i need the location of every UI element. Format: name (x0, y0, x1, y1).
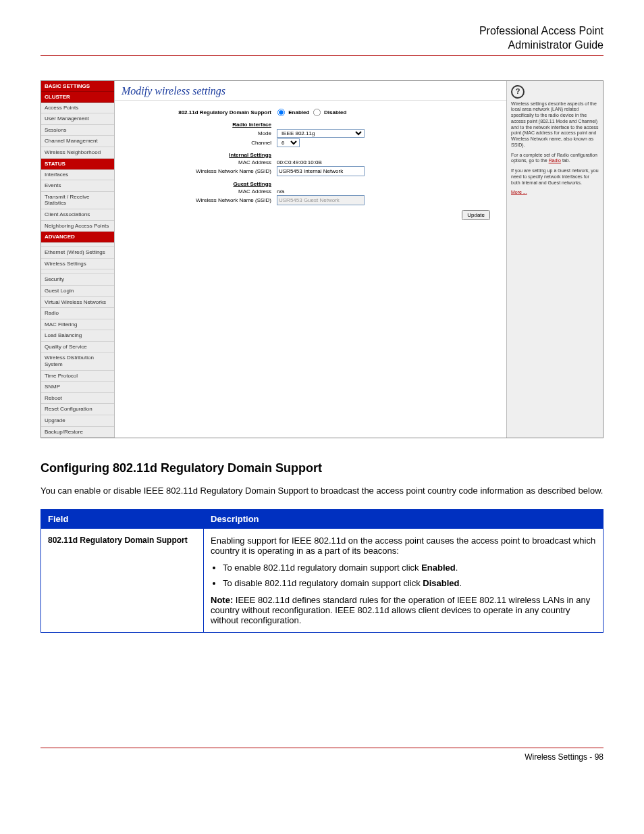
nav-backup-restore[interactable]: Backup/Restore (41, 427, 114, 438)
description-table: Field Description 802.11d Regulatory Dom… (41, 509, 603, 633)
nav-status[interactable]: STATUS (41, 159, 114, 170)
nav-channel-management[interactable]: Channel Management (41, 136, 114, 147)
section-heading: Configuring 802.11d Regulatory Domain Su… (41, 461, 603, 475)
help-text-1: Wireless settings describe aspects of th… (511, 101, 599, 149)
nav-cluster[interactable]: CLUSTER (41, 92, 114, 103)
input-guest-ssid (277, 195, 365, 205)
radio-enabled-label: Enabled (288, 109, 309, 115)
section-paragraph: You can enable or disable IEEE 802.11d R… (41, 485, 603, 497)
footer-text: Wireless Settings - 98 (41, 752, 603, 762)
page-title: Modify wireless settings (115, 81, 506, 101)
desc-intro: Enabling support for IEEE 802.11d on the… (211, 536, 596, 556)
input-internal-ssid[interactable] (277, 166, 365, 176)
update-button[interactable]: Update (462, 210, 490, 220)
nav-snmp[interactable]: SNMP (41, 382, 114, 393)
doc-header-line1: Professional Access Point (41, 24, 603, 38)
nav-sessions[interactable]: Sessions (41, 125, 114, 136)
admin-ui-screenshot: BASIC SETTINGS CLUSTER Access Points Use… (41, 80, 603, 439)
nav-reset-config[interactable]: Reset Configuration (41, 404, 114, 415)
value-guest-mac: n/a (277, 188, 284, 194)
help-icon: ? (511, 85, 525, 99)
desc-li-disable: To disable 802.11d regulatory domain sup… (223, 578, 596, 588)
label-guest-mac: MAC Address (123, 188, 277, 194)
nav-basic-settings[interactable]: BASIC SETTINGS (41, 81, 114, 92)
desc-note: Note: IEEE 802.11d defines standard rule… (211, 595, 596, 625)
help-link-radio[interactable]: Radio (549, 158, 561, 163)
nav-advanced[interactable]: ADVANCED (41, 232, 114, 242)
doc-header: Professional Access Point Administrator … (41, 24, 603, 53)
select-mode[interactable]: IEEE 802.11g (277, 129, 365, 138)
label-regulatory: 802.11d Regulatory Domain Support (178, 109, 271, 115)
label-internal-ssid: Wireless Network Name (SSID) (123, 168, 277, 174)
nav-events[interactable]: Events (41, 180, 114, 192)
desc-li-enable: To enable 802.11d regulatory domain supp… (223, 563, 596, 573)
nav-guest-login[interactable]: Guest Login (41, 286, 114, 297)
nav-upgrade[interactable]: Upgrade (41, 415, 114, 427)
main-panel: Modify wireless settings 802.11d Regulat… (114, 81, 507, 438)
td-description: Enabling support for IEEE 802.11d on the… (204, 528, 603, 632)
nav-user-management[interactable]: User Management (41, 113, 114, 125)
nav-wds[interactable]: Wireless Distribution System (41, 353, 114, 370)
page-footer: Wireless Settings - 98 (41, 748, 603, 778)
nav-virtual-wireless[interactable]: Virtual Wireless Networks (41, 297, 114, 309)
footer-rule (41, 748, 603, 748)
help-text-2: For a complete set of Radio configuratio… (511, 153, 599, 165)
nav-mac-filtering[interactable]: MAC Filtering (41, 319, 114, 331)
nav-interfaces[interactable]: Interfaces (41, 170, 114, 181)
help-link-more[interactable]: More ... (511, 190, 527, 194)
doc-header-line2: Administrator Guide (41, 38, 603, 53)
header-rule (41, 55, 603, 56)
nav-load-balancing[interactable]: Load Balancing (41, 330, 114, 342)
nav-radio[interactable]: Radio (41, 308, 114, 319)
nav-security[interactable]: Security (41, 274, 114, 286)
td-field: 802.11d Regulatory Domain Support (41, 528, 204, 632)
label-guest-ssid: Wireless Network Name (SSID) (123, 197, 277, 203)
nav-time-protocol[interactable]: Time Protocol (41, 371, 114, 382)
radio-disabled[interactable] (313, 109, 321, 116)
nav-tx-rx-stats[interactable]: Transmit / Receive Statistics (41, 192, 114, 209)
nav-neighboring-aps[interactable]: Neighboring Access Points (41, 221, 114, 232)
label-mode: Mode (123, 130, 277, 136)
label-internal-mac: MAC Address (123, 159, 277, 165)
sidebar: BASIC SETTINGS CLUSTER Access Points Use… (41, 81, 114, 438)
help-panel: ? Wireless settings describe aspects of … (507, 81, 603, 438)
section-guest: Guest Settings (123, 177, 277, 188)
nav-reboot[interactable]: Reboot (41, 393, 114, 405)
radio-enabled[interactable] (277, 109, 285, 116)
section-radio-interface: Radio Interface (123, 118, 277, 128)
nav-ethernet-settings[interactable]: Ethernet (Wired) Settings (41, 247, 114, 259)
nav-qos[interactable]: Quality of Service (41, 342, 114, 353)
nav-client-associations[interactable]: Client Associations (41, 209, 114, 221)
nav-wireless-settings[interactable]: Wireless Settings (41, 259, 114, 270)
section-internal: Internal Settings (123, 148, 277, 159)
value-internal-mac: 00:C0:49:00:10:0B (277, 159, 322, 165)
radio-disabled-label: Disabled (324, 109, 346, 115)
th-description: Description (204, 509, 603, 528)
nav-wireless-neighborhood[interactable]: Wireless Neighborhood (41, 147, 114, 159)
nav-access-points[interactable]: Access Points (41, 103, 114, 114)
label-channel: Channel (123, 140, 277, 146)
help-text-3: If you are setting up a Guest network, y… (511, 168, 599, 186)
th-field: Field (41, 509, 204, 528)
select-channel[interactable]: 6 (277, 138, 300, 147)
